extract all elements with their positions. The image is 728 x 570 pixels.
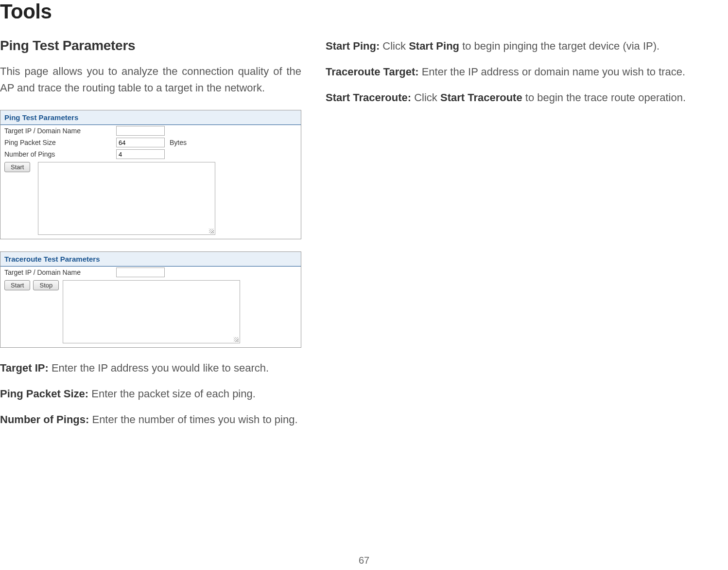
ping-start-button[interactable]: Start (4, 162, 30, 172)
def-packet-size-text: Enter the packet size of each ping. (88, 388, 256, 400)
trace-target-label: Target IP / Domain Name (4, 268, 116, 276)
def-num-pings-text: Enter the number of times you wish to pi… (89, 413, 297, 426)
def-packet-size: Ping Packet Size: Enter the packet size … (0, 386, 301, 402)
def-start-ping: Start Ping: Click Start Ping to begin pi… (326, 38, 728, 54)
traceroute-panel: Traceroute Test Parameters Target IP / D… (0, 251, 301, 348)
ping-packet-size-label: Ping Packet Size (4, 139, 116, 146)
def-num-pings-label: Number of Pings: (0, 413, 89, 426)
trace-target-row: Target IP / Domain Name (0, 267, 301, 278)
ping-target-input[interactable] (116, 126, 165, 136)
ping-target-label: Target IP / Domain Name (4, 127, 116, 135)
def-packet-size-label: Ping Packet Size: (0, 388, 88, 400)
section-title-ping: Ping Test Parameters (0, 38, 301, 53)
ping-target-row: Target IP / Domain Name (0, 125, 301, 137)
resize-handle-icon[interactable] (209, 229, 214, 233)
def-start-trace-post: to begin the trace route operation. (522, 91, 686, 104)
ping-num-pings-row: Number of Pings (0, 148, 301, 160)
trace-start-button[interactable]: Start (4, 280, 30, 290)
def-trace-target-text: Enter the IP address or domain name you … (419, 66, 686, 78)
def-trace-target-label: Traceroute Target: (326, 66, 419, 78)
def-trace-target: Traceroute Target: Enter the IP address … (326, 64, 728, 80)
def-start-ping-post: to begin pinging the target device (via … (459, 40, 659, 52)
ping-packet-size-unit: Bytes (170, 139, 187, 146)
def-start-ping-label: Start Ping: (326, 40, 380, 52)
trace-output-area[interactable] (63, 280, 240, 343)
resize-handle-icon[interactable] (234, 337, 239, 342)
def-start-ping-bold: Start Ping (409, 40, 459, 52)
trace-target-input[interactable] (116, 267, 165, 277)
def-target-ip-text: Enter the IP address you would like to s… (49, 362, 269, 374)
def-target-ip-label: Target IP: (0, 362, 49, 374)
def-start-trace: Start Traceroute: Click Start Traceroute… (326, 89, 728, 106)
page-number: 67 (359, 555, 369, 566)
def-start-trace-bold: Start Traceroute (440, 91, 522, 104)
ping-num-pings-label: Number of Pings (4, 150, 116, 158)
ping-output-area[interactable] (38, 162, 215, 235)
def-start-trace-pre: Click (411, 91, 440, 104)
ping-panel-title: Ping Test Parameters (0, 110, 301, 125)
def-target-ip: Target IP: Enter the IP address you woul… (0, 360, 301, 376)
trace-panel-title: Traceroute Test Parameters (0, 252, 301, 267)
ping-num-pings-input[interactable] (116, 149, 165, 159)
def-start-trace-label: Start Traceroute: (326, 91, 411, 104)
page-main-title: Tools (0, 0, 728, 23)
ping-packet-size-row: Ping Packet Size Bytes (0, 137, 301, 148)
ping-packet-size-input[interactable] (116, 138, 165, 147)
def-num-pings: Number of Pings: Enter the number of tim… (0, 411, 301, 428)
def-start-ping-pre: Click (380, 40, 409, 52)
trace-stop-button[interactable]: Stop (33, 280, 59, 290)
ping-test-panel: Ping Test Parameters Target IP / Domain … (0, 110, 301, 239)
intro-text: This page allows you to analyze the conn… (0, 63, 301, 96)
